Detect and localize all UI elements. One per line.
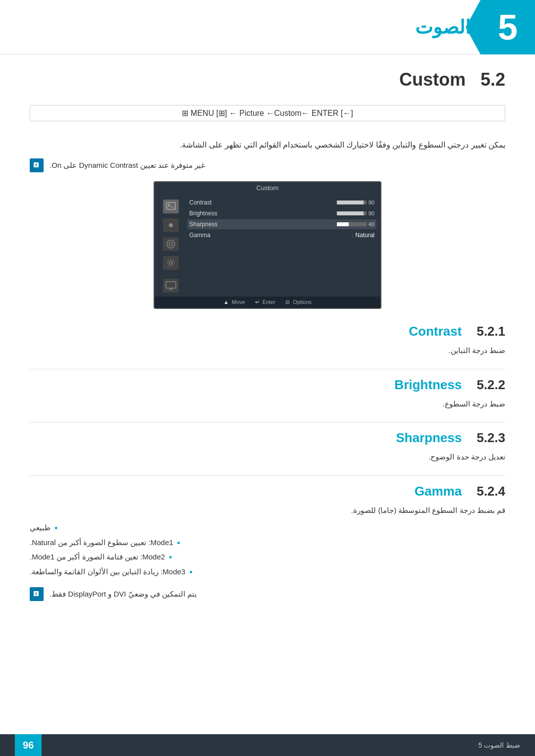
divider-3 — [30, 475, 505, 476]
sharpness-desc: تعديل درجة حدة الوضوح. — [30, 451, 505, 463]
page-header: ضبط الصوت 5 — [0, 0, 535, 54]
section-heading: Custom 5.2 — [30, 69, 505, 90]
monitor-btn-options: ⊙ Options — [285, 299, 312, 305]
chapter-number: 5 — [498, 7, 518, 48]
monitor-btn-move: ▲ Move — [223, 299, 245, 305]
subsection-brightness-heading: Brightness 5.2.2 — [30, 377, 505, 393]
contrast-number: 5.2.1 — [477, 324, 505, 339]
contrast-desc: ضبط درجة التباين. — [30, 344, 505, 357]
divider-1 — [30, 369, 505, 369]
brightness-number: 5.2.2 — [477, 377, 505, 393]
svg-rect-0 — [166, 202, 175, 209]
section-number: 5.2 — [481, 69, 505, 90]
monitor-menu-brightness: Brightness 90 — [187, 208, 376, 218]
monitor-menu-contrast: Contrast 90 — [187, 198, 376, 207]
menu-path: ⊞ MENU [⊞] ← Picture ←Custom← ENTER [←] — [30, 105, 505, 121]
brightness-title: Brightness — [394, 377, 462, 393]
sharpness-title: Sharpness — [396, 430, 462, 446]
monitor-btn-enter: ↵ Enter — [255, 299, 275, 305]
bullet-mode1: • Mode1: تعيين سطوع الصورة أكبر من Natur… — [30, 536, 505, 551]
note-icon — [30, 158, 44, 172]
gamma-desc: قم بضبط درجة السطوع المتوسطة (جاما) للصو… — [30, 504, 505, 517]
monitor-menu-gamma: Gamma : Natural — [187, 230, 376, 240]
gamma-bullet-list: • طبيعي • Mode1: تعيين سطوع الصورة أكبر … — [30, 521, 505, 580]
svg-point-2 — [169, 223, 173, 227]
footer-text: ضبط الصوت 5 — [478, 741, 520, 749]
gamma-title: Gamma — [415, 484, 462, 499]
section-description: يمكن تغيير درجتي السطوع والتباين وفقًا ل… — [30, 138, 505, 151]
gamma-number: 5.2.4 — [477, 484, 505, 499]
final-note-icon — [30, 587, 44, 601]
monitor-icon-target — [163, 237, 179, 251]
note-row: غير متوفرة عند تعيين Dynamic Contrast عل… — [30, 158, 505, 172]
section-title: Custom — [399, 69, 466, 90]
monitor-sidebar — [159, 198, 183, 293]
subsection-contrast-heading: Contrast 5.2.1 — [30, 324, 505, 339]
monitor-menu: Contrast 90 Brightness — [187, 198, 376, 293]
bullet-mode2: • Mode2: تعين قتامة الصورة أكبر من Mode1… — [30, 551, 505, 565]
subsection-sharpness-heading: Sharpness 5.2.3 — [30, 430, 505, 446]
svg-rect-6 — [166, 282, 176, 288]
subsection-gamma: Gamma 5.2.4 قم بضبط درجة السطوع المتوسطة… — [30, 484, 505, 601]
page-footer: 96 ضبط الصوت 5 — [0, 734, 535, 756]
monitor-icon-dot — [163, 218, 179, 232]
monitor-body: Contrast 90 Brightness — [155, 194, 380, 297]
monitor-screen: Custom — [154, 181, 381, 309]
main-content: Custom 5.2 ⊞ MENU [⊞] ← Picture ←Custom←… — [0, 54, 535, 628]
divider-2 — [30, 422, 505, 422]
brightness-desc: ضبط درجة السطوع. — [30, 398, 505, 410]
monitor-title: Custom — [155, 182, 380, 194]
monitor-icon-display — [163, 279, 179, 293]
bullet-natural: • طبيعي — [30, 521, 505, 536]
note-text: غير متوفرة عند تعيين Dynamic Contrast عل… — [50, 161, 205, 170]
final-note-row: يتم التمكين في وضعيّ DVI و DisplayPort ف… — [30, 587, 505, 601]
monitor-container: Custom — [30, 181, 505, 309]
monitor-menu-sharpness: Sharpness 40 — [187, 219, 376, 229]
footer-page-number: 96 — [15, 734, 42, 756]
subsection-sharpness: Sharpness 5.2.3 تعديل درجة حدة الوضوح. — [30, 430, 505, 463]
monitor-bottom-bar: ▲ Move ↵ Enter ⊙ Options — [155, 297, 380, 308]
sharpness-number: 5.2.3 — [477, 430, 505, 446]
chapter-number-box: 5 — [481, 0, 535, 54]
svg-point-5 — [170, 244, 171, 245]
bullet-mode3: • Mode3: زيادة التباين بين الألوان القات… — [30, 565, 505, 580]
subsection-gamma-heading: Gamma 5.2.4 — [30, 484, 505, 499]
monitor-icon-gear — [163, 256, 179, 270]
monitor-icon-picture — [163, 200, 179, 213]
contrast-title: Contrast — [409, 324, 462, 339]
menu-path-container: ⊞ MENU [⊞] ← Picture ←Custom← ENTER [←] — [30, 105, 505, 130]
subsection-brightness: Brightness 5.2.2 ضبط درجة السطوع. — [30, 377, 505, 410]
final-note-text: يتم التمكين في وضعيّ DVI و DisplayPort ف… — [50, 590, 197, 599]
subsection-contrast: Contrast 5.2.1 ضبط درجة التباين. — [30, 324, 505, 357]
